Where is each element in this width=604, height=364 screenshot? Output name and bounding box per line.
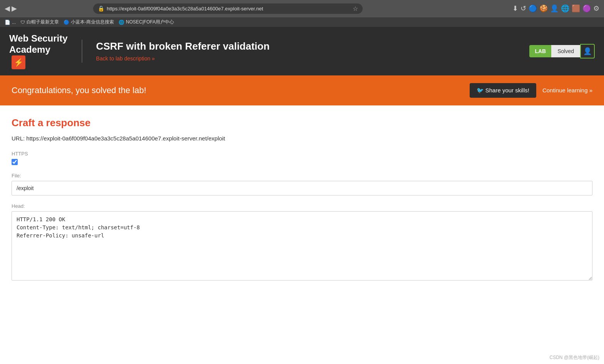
app-header: Web Security Academy ⚡ CSRF with broken … [0,27,604,75]
https-checkbox[interactable] [12,159,18,165]
file-label: File: [12,173,592,179]
continue-learning-link[interactable]: Continue learning » [542,87,592,94]
url-text: https://exploit-0a6f009f04a0e3a3c5c28a5a… [107,6,350,12]
main-content: Craft a response URL: https://exploit-0a… [0,105,604,301]
browser-chrome: ◀ ▶ 🔒 https://exploit-0a6f009f04a0e3a3c5… [0,0,604,27]
page-title: CSRF with broken Referer validation [96,40,520,52]
share-button[interactable]: 🐦 Share your skills! [470,83,536,98]
header-divider [82,40,82,63]
browser-right-icons: ⬇ ↺ 🔵 🍪 👤 🌐 🟫 🟣 ⚙ [512,4,599,13]
ext-icon-7[interactable]: ⚙ [593,4,599,13]
user-icon[interactable]: 👤 [580,44,595,58]
ext-icon-5[interactable]: 🟫 [572,4,580,13]
head-section: Head: [12,203,592,282]
forward-icon[interactable]: ▶ [12,4,17,13]
address-bar[interactable]: 🔒 https://exploit-0a6f009f04a0e3a3c5c28a… [93,3,363,14]
back-icon[interactable]: ◀ [5,4,10,13]
bookmark-1[interactable]: 🛡 白帽子最新文章 [20,19,59,25]
ext-icon-3[interactable]: 👤 [550,4,559,13]
bookmark-2[interactable]: 🔵 小蓝本-商业信息搜索 [64,19,114,25]
file-section: File: [12,173,592,195]
solved-badge: Solved [551,45,580,57]
bookmark-0[interactable]: 📄 ... [5,20,16,25]
lab-badge-area: LAB Solved 👤 [529,44,595,58]
browser-toolbar: ◀ ▶ 🔒 https://exploit-0a6f009f04a0e3a3c5… [0,0,604,17]
star-icon[interactable]: ☆ [353,5,358,12]
https-checkbox-wrap [12,159,592,165]
logo-text: Web Security Academy ⚡ [9,33,68,69]
bookmark-3[interactable]: 🌐 NOSEC|FOFA用户中心 [119,19,174,25]
lock-icon: 🔒 [98,5,104,12]
section-title: Craft a response [12,117,592,129]
congrats-text: Congratulations, you solved the lab! [12,85,146,95]
url-value: https://exploit-0a6f009f04a0e3a3c5c28a5a… [26,135,225,142]
ext-icon-4[interactable]: 🌐 [561,4,569,13]
https-section: HTTPS [12,151,592,165]
nav-icons: ◀ ▶ [5,4,17,13]
download-icon[interactable]: ⬇ [512,4,518,13]
https-label: HTTPS [12,151,592,157]
ext-icon-2[interactable]: 🍪 [539,4,548,13]
logo-icon: ⚡ [12,55,25,69]
url-label: URL: [12,135,25,142]
header-title-area: CSRF with broken Referer validation Back… [96,40,520,62]
head-textarea[interactable] [12,211,592,281]
ext-icon-6[interactable]: 🟣 [582,4,591,13]
banner-actions: 🐦 Share your skills! Continue learning » [470,83,592,98]
lab-badge: LAB [529,45,551,57]
back-to-lab-link[interactable]: Back to lab description » [96,55,520,62]
congrats-banner: Congratulations, you solved the lab! 🐦 S… [0,75,604,105]
bookmarks-bar: 📄 ... 🛡 白帽子最新文章 🔵 小蓝本-商业信息搜索 🌐 NOSEC|FOF… [0,17,604,27]
ext-icon-1[interactable]: 🔵 [529,4,537,13]
logo-area: Web Security Academy ⚡ [9,33,68,69]
history-icon[interactable]: ↺ [520,4,526,13]
file-input[interactable] [12,181,592,195]
url-line: URL: https://exploit-0a6f009f04a0e3a3c5c… [12,135,592,142]
head-label: Head: [12,203,592,209]
